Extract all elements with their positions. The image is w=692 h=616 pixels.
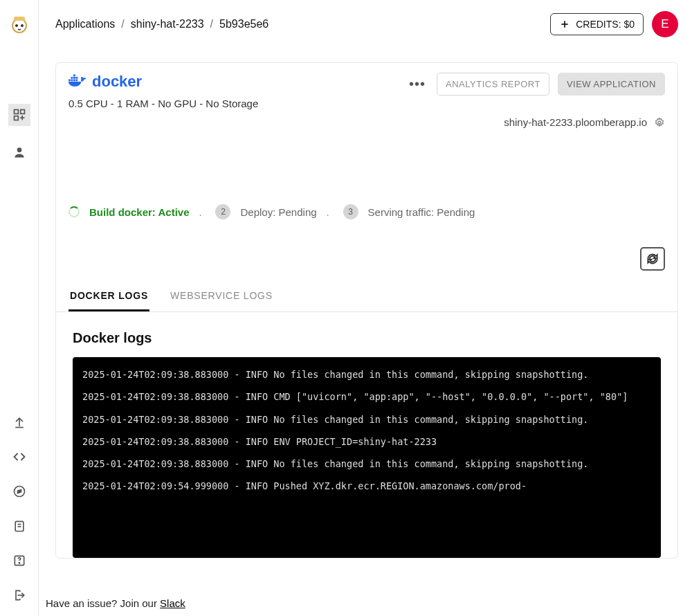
breadcrumb-root[interactable]: Applications — [55, 18, 115, 30]
svg-point-2 — [15, 24, 18, 27]
pipeline-steps: Build docker: Active · 2 Deploy: Pending… — [56, 204, 677, 219]
svg-rect-25 — [76, 80, 78, 82]
svg-rect-23 — [71, 80, 73, 82]
avatar-initial: E — [661, 17, 668, 31]
svg-point-9 — [17, 147, 21, 152]
docker-logo: docker — [69, 73, 258, 91]
spinner-icon — [69, 206, 80, 217]
nav-help-icon[interactable] — [11, 552, 28, 569]
svg-rect-5 — [20, 110, 24, 114]
step-separator: · — [327, 208, 334, 215]
avatar[interactable]: E — [652, 11, 678, 37]
slack-link[interactable]: Slack — [160, 597, 185, 609]
svg-rect-22 — [69, 80, 71, 82]
breadcrumb-project[interactable]: shiny-hat-2233 — [131, 18, 204, 30]
nav-docs-icon[interactable] — [11, 518, 28, 534]
log-line: 2025-01-24T02:09:38.883000 - INFO No fil… — [82, 456, 651, 471]
log-line: 2025-01-24T02:09:38.883000 - INFO ENV PR… — [82, 434, 651, 449]
svg-point-3 — [21, 24, 24, 27]
nav-code-icon[interactable] — [11, 449, 28, 465]
credits-button[interactable]: CREDITS: $0 — [550, 13, 644, 35]
footer-text: Have an issue? Join our — [46, 597, 160, 609]
framework-label: docker — [92, 73, 142, 91]
deployment-card: docker 0.5 CPU - 1 RAM - No GPU - No Sto… — [55, 62, 678, 559]
step-deploy: Deploy: Pending — [240, 206, 316, 218]
brand-logo[interactable] — [8, 12, 30, 35]
nav-upload-icon[interactable] — [11, 414, 28, 431]
breadcrumb-sep: / — [121, 18, 124, 30]
nav-dashboard-icon[interactable] — [8, 104, 30, 126]
log-line: 2025-01-24T02:09:54.999000 - INFO Pushed… — [82, 478, 651, 493]
svg-rect-4 — [14, 110, 18, 114]
step-build: Build docker: Active — [89, 206, 189, 218]
svg-rect-6 — [14, 116, 18, 120]
svg-rect-28 — [76, 77, 78, 79]
log-line: 2025-01-24T02:09:38.883000 - INFO CMD ["… — [82, 389, 651, 404]
app-url[interactable]: shiny-hat-2233.ploomberapp.io — [504, 116, 647, 128]
logs-title: Docker logs — [73, 330, 661, 346]
svg-rect-1 — [14, 17, 25, 21]
step-deploy-badge: 2 — [215, 204, 230, 219]
plus-icon — [559, 19, 570, 30]
more-menu-icon[interactable]: ••• — [409, 76, 428, 92]
docker-whale-icon — [69, 74, 88, 89]
sidebar — [0, 0, 39, 616]
step-separator: · — [199, 208, 206, 215]
analytics-report-button[interactable]: ANALYTICS REPORT — [437, 73, 549, 96]
tab-webservice-logs[interactable]: WEBSERVICE LOGS — [169, 283, 274, 311]
svg-point-30 — [658, 121, 661, 124]
svg-rect-29 — [73, 75, 75, 77]
spec-line: 0.5 CPU - 1 RAM - No GPU - No Storage — [69, 98, 258, 109]
step-traffic: Serving traffic: Pending — [368, 206, 475, 218]
gear-icon[interactable] — [654, 117, 665, 128]
logs-output[interactable]: 2025-01-24T02:09:38.883000 - INFO No fil… — [73, 357, 661, 558]
log-line: 2025-01-24T02:09:38.883000 - INFO No fil… — [82, 412, 651, 427]
svg-rect-24 — [73, 80, 75, 82]
nav-profile-icon[interactable] — [11, 144, 28, 161]
refresh-icon — [646, 252, 659, 266]
step-traffic-badge: 3 — [343, 204, 358, 219]
breadcrumb: Applications / shiny-hat-2233 / 5b93e5e6 — [55, 18, 268, 30]
footer: Have an issue? Join our Slack — [46, 597, 185, 609]
tab-docker-logs[interactable]: DOCKER LOGS — [69, 283, 149, 311]
main-area: Applications / shiny-hat-2233 / 5b93e5e6… — [39, 0, 692, 616]
refresh-button[interactable] — [640, 247, 665, 271]
log-line: 2025-01-24T02:09:38.883000 - INFO No fil… — [82, 367, 651, 382]
topbar: Applications / shiny-hat-2233 / 5b93e5e6… — [39, 0, 692, 37]
svg-rect-27 — [73, 77, 75, 79]
svg-rect-26 — [71, 77, 73, 79]
svg-marker-13 — [17, 490, 21, 493]
credits-label: CREDITS: $0 — [576, 19, 635, 30]
breadcrumb-sep: / — [210, 18, 213, 30]
log-tabs: DOCKER LOGS WEBSERVICE LOGS — [56, 283, 677, 312]
svg-point-18 — [19, 563, 19, 563]
breadcrumb-commit[interactable]: 5b93e5e6 — [219, 18, 268, 30]
view-application-button[interactable]: VIEW APPLICATION — [558, 73, 665, 96]
nav-logout-icon[interactable] — [11, 587, 28, 604]
nav-explore-icon[interactable] — [11, 483, 28, 500]
